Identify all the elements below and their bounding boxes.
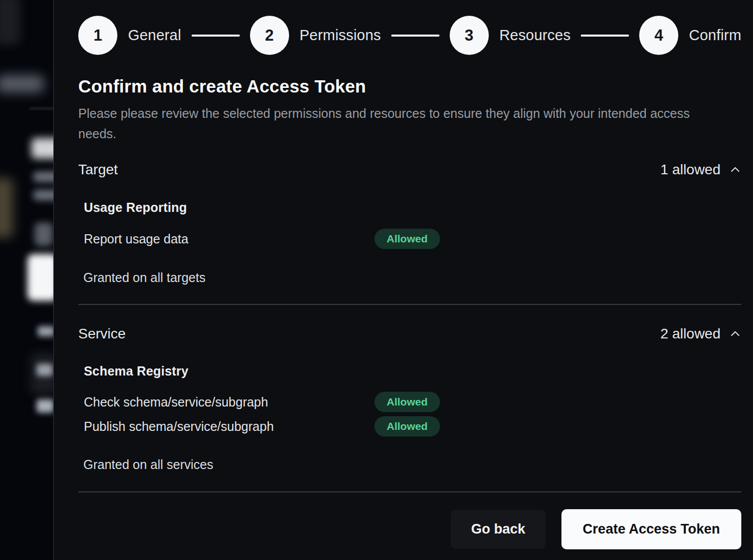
step-label: Confirm [689,27,741,44]
section-divider [78,304,741,305]
permission-label: Check schema/service/subgraph [84,395,374,410]
step-confirm[interactable]: 4 Confirm [639,16,741,55]
blurred-accent-panel [0,178,13,238]
step-connector-line [391,35,440,37]
blurred-paragraph-text [34,190,54,200]
group-heading: Schema Registry [84,364,741,379]
status-badge: Allowed [374,229,440,249]
target-allowed-count: 1 allowed [661,162,720,178]
service-permission-group: Schema Registry Check schema/service/sub… [78,364,741,437]
target-granted-note: Granted on all targets [78,270,741,285]
wizard-stepper: 1 General 2 Permissions 3 Resources 4 Co… [78,16,741,55]
service-collapse-toggle[interactable]: 2 allowed [661,326,741,342]
chevron-up-icon [729,164,741,176]
permission-row: Report usage data Allowed [84,229,741,249]
service-granted-note: Granted on all services [78,457,741,472]
page-subtitle: Please please review the selected permis… [78,103,708,144]
blurred-logo-tile [0,0,20,45]
permission-row: Check schema/service/subgraph Allowed [84,392,741,412]
section-title-target: Target [78,162,118,178]
target-collapse-toggle[interactable]: 1 allowed [661,162,741,178]
page-title: Confirm and create Access Token [78,76,741,97]
step-label: Resources [499,27,571,44]
service-allowed-count: 2 allowed [661,326,720,342]
background-page [0,0,54,560]
status-badge: Allowed [374,416,440,437]
step-number-circle: 3 [450,16,489,55]
group-heading: Usage Reporting [84,200,741,215]
target-section-header: Target 1 allowed [78,162,741,178]
blurred-divider [29,108,54,109]
blurred-list-text [37,364,53,376]
blurred-paragraph-text [34,172,54,182]
footer-divider [78,491,741,492]
blurred-nav-text [0,75,44,92]
target-permission-group: Usage Reporting Report usage data Allowe… [78,200,741,249]
permission-row: Publish schema/service/subgraph Allowed [84,416,741,437]
blurred-heading-text [32,138,54,159]
service-section-header: Service 2 allowed [78,326,741,342]
step-general[interactable]: 1 General [78,16,181,55]
modal-footer: Go back Create Access Token [78,509,741,549]
create-access-token-button[interactable]: Create Access Token [561,509,741,549]
step-label: General [128,27,181,44]
status-badge: Allowed [374,392,440,412]
section-title-service: Service [78,326,125,342]
blurred-list-text [38,326,54,336]
create-access-token-modal: 1 General 2 Permissions 3 Resources 4 Co… [53,0,753,560]
step-connector-line [192,35,240,37]
chevron-up-icon [729,328,741,340]
step-number-circle: 2 [250,16,289,55]
step-number-circle: 4 [639,16,678,55]
blurred-list-text [37,399,54,413]
step-number-circle: 1 [78,16,117,55]
permission-label: Publish schema/service/subgraph [84,419,374,434]
blurred-icon [35,223,53,246]
step-permissions[interactable]: 2 Permissions [250,16,381,55]
step-connector-line [581,35,629,37]
step-label: Permissions [300,27,381,44]
blurred-white-card [27,254,54,301]
step-resources[interactable]: 3 Resources [450,16,571,55]
go-back-button[interactable]: Go back [451,510,546,549]
permission-label: Report usage data [84,232,374,246]
